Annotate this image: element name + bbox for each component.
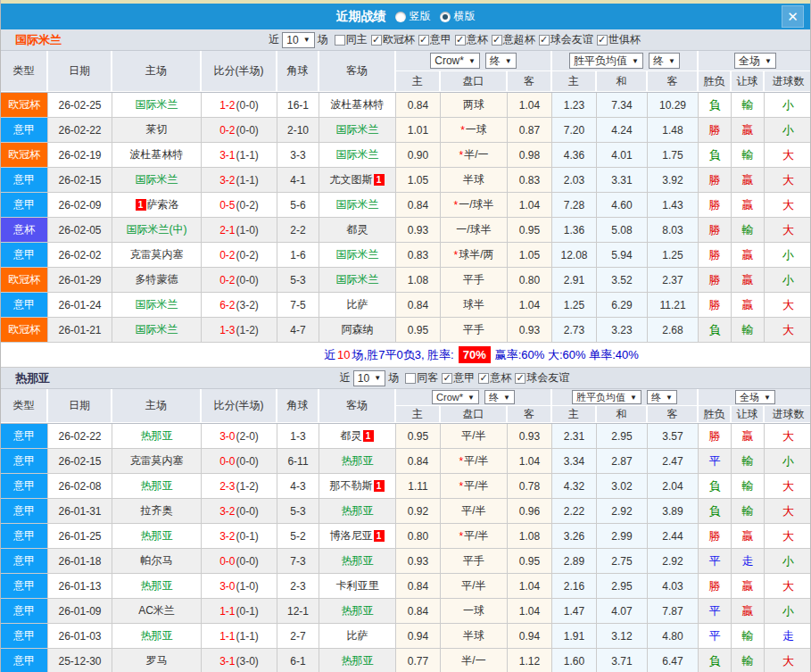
- checkbox-checked-icon[interactable]: ✓: [597, 35, 608, 46]
- changed-line-star: *: [453, 249, 458, 261]
- col-avg-win: 主: [552, 406, 597, 423]
- fulltime-score: 3-2: [219, 174, 235, 187]
- table-row: 意甲26-01-18帕尔马0-0(0-0)7-3热那亚0.93平手0.952.8…: [1, 549, 810, 574]
- result-goals: 大: [765, 574, 811, 599]
- handicap-line: *平/半: [441, 474, 508, 499]
- checkbox-checked-icon[interactable]: ✓: [478, 373, 489, 384]
- match-date: 26-02-19: [48, 143, 112, 168]
- close-icon[interactable]: ✕: [782, 5, 804, 28]
- col-result-wdl: 胜负: [699, 406, 732, 423]
- avg-win: 1.36: [552, 218, 597, 243]
- wdl-final-select[interactable]: 终▼: [647, 390, 677, 404]
- checkbox-欧冠杯[interactable]: ✓欧冠杯: [371, 32, 415, 47]
- odds-source-select[interactable]: Crow*▼: [430, 53, 480, 69]
- fulltime-score: 3-2: [219, 505, 235, 518]
- halftime-score: (0-2): [236, 199, 259, 212]
- score-cell: 0-2(0-2): [202, 243, 277, 268]
- result-wdl: 平: [699, 599, 732, 624]
- checkbox-意杯[interactable]: ✓意杯: [478, 370, 511, 386]
- match-count-select[interactable]: 10▼: [282, 32, 314, 48]
- radio-vertical-layout[interactable]: 竖版: [395, 9, 431, 24]
- team-name: 克雷莫内塞: [130, 453, 184, 469]
- score-cell: 6-2(3-2): [202, 293, 277, 318]
- avg-lose: 2.47: [648, 449, 699, 474]
- team-name-cell: 热那亚: [319, 549, 396, 574]
- avg-draw: 7.34: [597, 93, 648, 118]
- odds-away: 1.12: [508, 649, 552, 672]
- odds-source-select[interactable]: Crow*▼: [432, 390, 479, 404]
- table-row: 意甲26-01-31拉齐奥3-2(0-0)5-3热那亚0.92平/半0.962.…: [1, 499, 810, 524]
- radio-horizontal-layout[interactable]: 横版: [440, 9, 476, 24]
- fulltime-score: 1-2: [219, 99, 235, 112]
- checkbox-同客[interactable]: 同客: [405, 370, 438, 386]
- summary-segment: 10: [337, 348, 350, 361]
- checkbox-checked-icon[interactable]: ✓: [418, 35, 429, 46]
- team-name: 热那亚: [141, 578, 173, 593]
- checkbox-checked-icon[interactable]: ✓: [442, 373, 452, 384]
- team-title-inter: 国际米兰: [1, 32, 206, 48]
- checkbox-checked-icon[interactable]: ✓: [515, 373, 525, 384]
- checkbox-意甲[interactable]: ✓意甲: [442, 370, 475, 386]
- score-cell: 3-1(3-0): [202, 649, 277, 672]
- match-count-select[interactable]: 10▼: [353, 370, 385, 386]
- team-name: 罗马: [146, 653, 168, 668]
- checkbox-checked-icon[interactable]: ✓: [539, 35, 550, 46]
- team-name-cell: 波杜基林特: [319, 93, 396, 118]
- team-name: 国际米兰: [136, 322, 178, 337]
- radio-circle-selected-icon[interactable]: [440, 12, 451, 22]
- checkbox-意杯[interactable]: ✓意杯: [455, 32, 488, 47]
- team-name: 国际米兰: [336, 147, 379, 162]
- table-row: 意甲26-02-02克雷莫内塞0-2(0-2)1-6国际米兰0.83*球半/两1…: [1, 243, 810, 268]
- team-name-cell: 克雷莫内塞: [112, 243, 202, 268]
- result-handicap: 贏: [732, 599, 765, 624]
- corner-count: 3-3: [277, 143, 319, 168]
- result-goals: 大: [765, 293, 811, 318]
- games-label: 场: [388, 370, 399, 386]
- odds-away: 0.80: [508, 268, 552, 293]
- table-row: 意甲26-02-22热那亚3-0(2-0)1-3都灵10.95平/半0.932.…: [1, 424, 810, 449]
- corner-count: 2-3: [277, 574, 319, 599]
- avg-draw: 3.02: [597, 474, 648, 499]
- odds-source-group: Crow*▼ 终▼: [396, 389, 552, 406]
- team-name-cell: 尤文图斯1: [319, 168, 396, 193]
- checkbox-checked-icon[interactable]: ✓: [455, 35, 466, 46]
- halftime-score: (3-2): [236, 299, 259, 311]
- odds-away: 0.78: [508, 474, 552, 499]
- odds-final-select[interactable]: 终▼: [485, 53, 517, 69]
- checkbox-checked-icon[interactable]: ✓: [371, 35, 382, 46]
- team-name-cell: 热那亚: [112, 474, 202, 499]
- handicap-text: 球半/两: [459, 247, 493, 262]
- fulltime-select[interactable]: 全场▼: [735, 390, 775, 404]
- league-type-badge: 欧冠杯: [1, 93, 48, 118]
- halftime-score: (0-2): [236, 249, 259, 261]
- checkbox-同主[interactable]: 同主: [335, 32, 368, 47]
- checkbox-checked-icon[interactable]: ✓: [492, 35, 502, 46]
- league-type-badge: 意甲: [1, 293, 48, 318]
- team-name-cell: 国际米兰: [319, 118, 396, 143]
- odds-home: 0.80: [396, 524, 441, 549]
- odds-home: 0.84: [396, 449, 441, 474]
- col-home: 主场: [112, 389, 202, 423]
- match-date: 26-02-15: [48, 168, 112, 193]
- chevron-down-icon: ▼: [630, 394, 637, 402]
- handicap-text: 半/一: [464, 147, 488, 162]
- odds-final-select[interactable]: 终▼: [484, 390, 515, 404]
- fulltime-select[interactable]: 全场▼: [734, 53, 776, 69]
- odds-away: 1.08: [508, 524, 552, 549]
- wdl-avg-select[interactable]: 胜平负均值▼: [569, 53, 643, 69]
- checkbox-球会友谊[interactable]: ✓球会友谊: [515, 370, 569, 386]
- wdl-final-select[interactable]: 终▼: [649, 53, 680, 69]
- halftime-score: (0-1): [236, 605, 259, 618]
- checkbox-意甲[interactable]: ✓意甲: [418, 32, 451, 47]
- wdl-avg-select[interactable]: 胜平负均值▼: [572, 390, 641, 404]
- checkbox-unchecked-icon[interactable]: [335, 35, 345, 46]
- halftime-score: (1-1): [236, 174, 259, 187]
- changed-line-star: *: [453, 199, 458, 212]
- checkbox-球会友谊[interactable]: ✓球会友谊: [539, 32, 593, 47]
- checkbox-世俱杯[interactable]: ✓世俱杯: [597, 32, 641, 47]
- checkbox-意超杯[interactable]: ✓意超杯: [492, 32, 535, 47]
- score-cell: 2-1(1-0): [202, 218, 277, 243]
- checkbox-unchecked-icon[interactable]: [405, 373, 416, 384]
- radio-circle-icon[interactable]: [395, 12, 406, 22]
- match-date: 26-02-05: [48, 218, 112, 243]
